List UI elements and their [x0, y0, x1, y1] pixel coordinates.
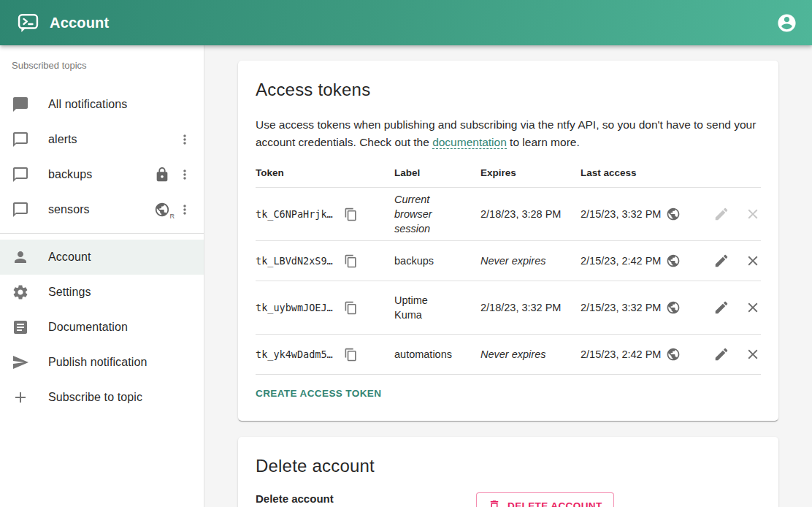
- gear-icon: [12, 283, 29, 301]
- documentation-link[interactable]: documentation: [432, 136, 507, 149]
- token-label: Uptime Kuma: [394, 293, 450, 322]
- sidebar-item-backups[interactable]: backups: [0, 157, 204, 192]
- sidebar-item-label: Account: [48, 251, 91, 264]
- column-header-token: Token: [256, 160, 394, 188]
- access-tokens-table: Token Label Expires Last access tk_C6NPa…: [256, 160, 761, 375]
- lock-icon: [154, 167, 170, 183]
- subscribed-topics-label: Subscribed topics: [0, 60, 204, 71]
- table-row: tk_C6NPaHrjk… Current browser session 2/…: [256, 188, 761, 241]
- table-row: tk_yk4wDadm5… automations Never expires …: [256, 335, 761, 375]
- token-expires: 2/18/23, 3:32 PM: [480, 281, 581, 335]
- edit-token-icon[interactable]: [713, 253, 729, 269]
- topic-menu-icon[interactable]: [177, 132, 192, 147]
- table-row: tk_LBVdN2xS9… backups Never expires 2/15…: [256, 241, 761, 281]
- sidebar-item-settings[interactable]: Settings: [0, 275, 204, 310]
- token-value: tk_LBVdN2xS9…: [256, 255, 333, 267]
- access-tokens-card: Access tokens Use access tokens when pub…: [238, 61, 778, 421]
- sidebar-item-all-notifications[interactable]: All notifications: [0, 87, 204, 122]
- column-header-expires: Expires: [480, 160, 581, 188]
- token-last-access: 2/15/23, 3:32 PM: [581, 302, 661, 313]
- edit-token-icon: [713, 206, 729, 222]
- token-expires: Never expires: [480, 241, 581, 281]
- column-header-last-access: Last access: [581, 160, 697, 188]
- account-circle-icon[interactable]: [776, 12, 797, 34]
- delete-account-title: Delete account: [256, 456, 761, 476]
- sidebar-item-account[interactable]: Account: [0, 240, 204, 275]
- sidebar-item-sensors[interactable]: sensors R: [0, 192, 204, 227]
- article-icon: [12, 319, 29, 336]
- page-title: Account: [50, 15, 109, 31]
- token-label: automations: [394, 347, 450, 362]
- access-tokens-title: Access tokens: [256, 80, 761, 100]
- sidebar-item-label: Settings: [48, 286, 91, 299]
- plus-icon: [12, 389, 29, 406]
- edit-token-icon[interactable]: [713, 300, 729, 316]
- chat-outline-icon: [12, 166, 29, 183]
- sidebar-item-label: All notifications: [48, 98, 127, 111]
- app-bar: Account: [0, 0, 812, 45]
- delete-token-icon[interactable]: [745, 253, 761, 269]
- trash-icon: [488, 499, 501, 507]
- delete-account-row: Delete account Permanently delete your a…: [256, 492, 761, 507]
- sidebar-item-label: backups: [48, 168, 92, 181]
- sidebar-item-label: Documentation: [48, 321, 128, 334]
- send-icon: [12, 354, 29, 371]
- create-access-token-button[interactable]: CREATE ACCESS TOKEN: [256, 376, 387, 411]
- delete-account-button-label: DELETE ACCOUNT: [508, 500, 602, 507]
- access-tokens-description: Use access tokens when publishing and su…: [256, 116, 761, 151]
- chat-outline-icon: [12, 201, 29, 218]
- ntfy-logo-icon: [18, 12, 39, 34]
- sidebar-item-label: Subscribe to topic: [48, 391, 142, 404]
- delete-account-row-label: Delete account: [256, 492, 476, 505]
- delete-account-card: Delete account Delete account Permanentl…: [238, 437, 778, 507]
- sidebar-item-publish-notification[interactable]: Publish notification: [0, 345, 204, 380]
- token-label: Current browser session: [394, 192, 450, 236]
- globe-icon: [666, 254, 681, 268]
- sidebar-divider: [0, 233, 204, 234]
- delete-token-icon[interactable]: [745, 300, 761, 316]
- main-content: Access tokens Use access tokens when pub…: [204, 45, 812, 507]
- reserved-marker: R: [170, 213, 175, 220]
- delete-account-button[interactable]: DELETE ACCOUNT: [476, 492, 614, 507]
- globe-reserved-icon: R: [154, 202, 170, 218]
- token-last-access: 2/15/23, 3:32 PM: [581, 208, 661, 220]
- column-header-label: Label: [394, 160, 480, 188]
- delete-token-icon[interactable]: [745, 346, 761, 362]
- token-value: tk_uybwmJOEJ…: [256, 302, 333, 313]
- column-header-actions: [697, 160, 761, 188]
- delete-token-icon: [745, 206, 761, 222]
- person-icon: [12, 248, 29, 266]
- token-value: tk_C6NPaHrjk…: [256, 208, 333, 220]
- sidebar-item-alerts[interactable]: alerts: [0, 122, 204, 157]
- copy-icon[interactable]: [344, 207, 358, 221]
- token-expires: 2/18/23, 3:28 PM: [480, 188, 581, 241]
- copy-icon[interactable]: [344, 301, 358, 315]
- topic-menu-icon[interactable]: [177, 167, 192, 182]
- sidebar-item-documentation[interactable]: Documentation: [0, 310, 204, 345]
- token-last-access: 2/15/23, 2:42 PM: [581, 348, 661, 360]
- token-expires: Never expires: [480, 335, 581, 375]
- ntfy-app-window: Account Subscribed topics All notificati…: [0, 0, 812, 507]
- sidebar-item-label: alerts: [48, 133, 77, 146]
- sidebar-item-label: sensors: [48, 203, 90, 216]
- globe-icon: [666, 207, 681, 221]
- copy-icon[interactable]: [344, 254, 358, 268]
- sidebar: Subscribed topics All notifications aler…: [0, 45, 204, 507]
- edit-token-icon[interactable]: [713, 346, 729, 362]
- sidebar-item-label: Publish notification: [48, 356, 147, 369]
- globe-icon: [666, 347, 681, 362]
- chat-outline-icon: [12, 131, 29, 148]
- chat-filled-icon: [12, 96, 29, 113]
- description-text: to learn more.: [507, 136, 580, 148]
- table-row: tk_uybwmJOEJ… Uptime Kuma 2/18/23, 3:32 …: [256, 281, 761, 335]
- sidebar-item-subscribe-to-topic[interactable]: Subscribe to topic: [0, 380, 204, 415]
- token-last-access: 2/15/23, 2:42 PM: [581, 255, 661, 267]
- copy-icon[interactable]: [344, 348, 358, 362]
- topic-menu-icon[interactable]: [177, 202, 192, 217]
- token-value: tk_yk4wDadm5…: [256, 348, 333, 360]
- token-label: backups: [394, 254, 434, 268]
- globe-icon: [666, 300, 681, 315]
- table-header-row: Token Label Expires Last access: [256, 160, 761, 188]
